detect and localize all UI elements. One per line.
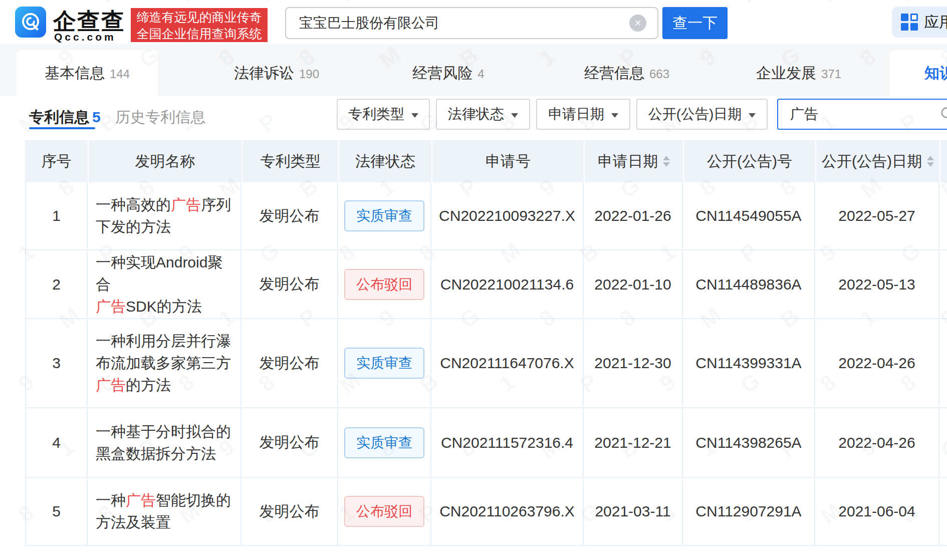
patent-name-line: 一种高效的广告序列: [96, 194, 231, 216]
highlighted-keyword: 广告: [171, 196, 201, 213]
status-badge: 公布驳回: [344, 496, 424, 527]
row-index: 4: [25, 408, 88, 478]
legal-status: 实质审查: [338, 408, 431, 478]
filter-dropdown-申请日期[interactable]: 申请日期: [536, 99, 630, 130]
filter-dropdown-label: 公开(公告)日期: [648, 105, 742, 124]
sort-icon[interactable]: [927, 156, 934, 167]
qcc-logo-glyph: [20, 11, 42, 33]
company-search-input[interactable]: [285, 7, 658, 39]
apps-button[interactable]: 应用: [892, 7, 947, 38]
tab-label: 法律诉讼: [234, 63, 294, 84]
column-header-公开(公告)号: 公开(公告)号: [683, 140, 815, 182]
publication-number: CN112907291A: [683, 478, 815, 546]
publication-date: 2022-05-13: [815, 250, 939, 319]
column-header-序号: 序号: [25, 140, 88, 182]
tab-经营信息[interactable]: 经营信息663: [552, 50, 702, 96]
tab-label: 企业发展: [756, 63, 816, 84]
highlighted-keyword: 广告: [96, 377, 126, 393]
legal-status: 实质审查: [338, 182, 431, 250]
patent-type: 发明公布: [242, 478, 338, 546]
subtab-patent-info[interactable]: 专利信息5: [29, 107, 101, 128]
legal-status: 公布驳回: [338, 478, 431, 546]
filter-dropdown-label: 法律状态: [448, 105, 504, 124]
publication-date: 2022-05-27: [815, 182, 939, 250]
filter-dropdown-label: 专利类型: [348, 105, 404, 124]
row-index: 1: [25, 182, 88, 250]
application-number: CN202111647076.X: [431, 319, 584, 408]
column-header-label: 序号: [42, 151, 72, 172]
column-header-label: 发明名称: [135, 151, 195, 172]
column-header-申请日期[interactable]: 申请日期: [584, 140, 683, 182]
row-extra-cell: [939, 319, 947, 408]
column-header-label: 法律状态: [355, 151, 415, 172]
tab-经营风险[interactable]: 经营风险4: [373, 50, 524, 96]
patent-type: 发明公布: [242, 408, 338, 478]
column-header-申请号: 申请号: [431, 140, 584, 182]
patent-name-line: 一种利用分层并行瀑: [96, 330, 231, 352]
column-header-发明名称: 发明名称: [88, 140, 242, 182]
filter-dropdown-法律状态[interactable]: 法律状态: [436, 99, 530, 130]
patent-name-line: 一种实现Android聚合: [96, 251, 232, 296]
column-header-label: 专利类型: [261, 151, 321, 172]
patent-name-line: 下发的方法: [96, 216, 171, 238]
highlighted-keyword: 广告: [126, 492, 156, 508]
search-button[interactable]: 查一下: [662, 7, 728, 39]
patent-type: 发明公布: [242, 250, 338, 319]
tab-label: 基本信息: [45, 63, 105, 84]
patent-name: 一种广告智能切换的方法及装置: [88, 478, 242, 546]
patent-name: 一种高效的广告序列下发的方法: [88, 182, 242, 250]
column-header-label: 公开(公告)日期: [822, 151, 922, 172]
qcc-logo-icon[interactable]: [15, 7, 46, 38]
patent-name: 一种实现Android聚合广告SDK的方法: [88, 250, 242, 319]
patent-table: 序号发明名称专利类型法律状态申请号申请日期公开(公告)号公开(公告)日期1一种高…: [25, 140, 947, 546]
row-index: 3: [25, 319, 88, 408]
patent-name: 一种利用分层并行瀑布流加载多家第三方广告的方法: [88, 319, 242, 408]
filter-dropdown-label: 申请日期: [548, 105, 604, 124]
tab-label: 经营信息: [584, 63, 644, 84]
patent-name-line: 一种基于分时拟合的: [96, 421, 231, 443]
keyword-search-icon[interactable]: [939, 106, 947, 124]
application-number: CN202210093227.X: [431, 182, 584, 250]
chevron-down-icon: [749, 113, 756, 118]
status-badge: 公布驳回: [344, 269, 424, 300]
tab-count: 190: [299, 67, 319, 81]
subtab-patent-count: 5: [92, 109, 101, 125]
patent-name: 一种基于分时拟合的黑盒数据拆分方法: [88, 408, 242, 478]
tab-法律诉讼[interactable]: 法律诉讼190: [201, 50, 352, 96]
tab-label: 知识产权: [924, 63, 947, 84]
row-index: 5: [25, 478, 88, 546]
active-subtab-underline: [29, 127, 95, 129]
row-index: 2: [25, 250, 88, 319]
row-extra-cell: [939, 408, 947, 478]
application-date: 2021-12-21: [584, 408, 683, 478]
tab-基本信息[interactable]: 基本信息144: [17, 50, 158, 96]
tab-企业发展[interactable]: 企业发展371: [724, 50, 874, 96]
publication-number: CN114399331A: [683, 319, 815, 408]
legal-status: 实质审查: [338, 319, 431, 408]
apps-label: 应用: [924, 12, 947, 33]
clear-search-icon[interactable]: ×: [629, 15, 646, 32]
sort-icon[interactable]: [663, 156, 670, 167]
publication-number: CN114549055A: [683, 182, 815, 250]
tab-count: 144: [110, 67, 130, 81]
tab-知识产权[interactable]: 知识产权: [889, 50, 947, 96]
slogan-banner: 缔造有远见的商业传奇 全国企业信用查询系统: [131, 8, 268, 42]
subtab-history-patent[interactable]: 历史专利信息: [115, 107, 205, 128]
status-badge: 实质审查: [344, 348, 424, 379]
filter-dropdown-专利类型[interactable]: 专利类型: [337, 99, 430, 130]
tab-count: 663: [649, 67, 669, 81]
legal-status: 公布驳回: [338, 250, 431, 319]
filter-dropdown-公开(公告)日期[interactable]: 公开(公告)日期: [636, 99, 768, 130]
keyword-filter-input[interactable]: [777, 99, 947, 130]
patent-name-line: 黑盒数据拆分方法: [96, 443, 216, 465]
tab-count: 371: [821, 67, 841, 81]
status-badge: 实质审查: [344, 200, 424, 231]
application-number: CN202111572316.4: [431, 408, 584, 478]
chevron-down-icon: [611, 113, 618, 118]
patent-name-line: 布流加载多家第三方: [96, 352, 231, 374]
apps-grid-icon: [901, 14, 918, 31]
publication-date: 2022-04-26: [815, 408, 939, 478]
application-number: CN202110263796.X: [431, 478, 584, 546]
patent-name-line: 广告的方法: [96, 374, 171, 396]
column-header-公开(公告)日期[interactable]: 公开(公告)日期: [815, 140, 939, 182]
